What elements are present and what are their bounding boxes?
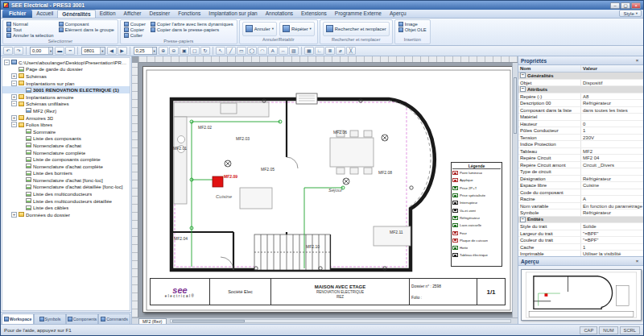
property-row-style-du-trait[interactable]: Style du traitSolide bbox=[518, 223, 643, 230]
tree-item[interactable]: Nomenclature complète bbox=[2, 149, 130, 156]
image-button[interactable]: Image bbox=[398, 21, 427, 27]
close-icon[interactable]: × bbox=[634, 58, 641, 63]
ribbon-tab-fonctions[interactable]: Fonctions bbox=[174, 10, 204, 18]
tree-item[interactable]: −C:\Users\aboulanger\Desktop\Presentatio… bbox=[2, 59, 130, 66]
redo-icon[interactable]: ↷ bbox=[14, 47, 23, 55]
line-style-icon[interactable]: ╍ bbox=[65, 47, 75, 55]
collapse-icon[interactable]: − bbox=[520, 217, 526, 222]
tree-item[interactable]: +Armoires 3D bbox=[2, 114, 130, 122]
property-row-racine[interactable]: RacineA bbox=[518, 196, 643, 203]
collapse-icon[interactable]: − bbox=[520, 86, 526, 92]
property-row-designation[interactable]: DésignationRéfrigérateur bbox=[518, 176, 643, 183]
zoom-out-icon[interactable]: ⊖ bbox=[169, 47, 179, 55]
coller-button[interactable]: Coller bbox=[123, 32, 147, 38]
tree-item[interactable]: Nomenclature d'achat bbox=[2, 142, 130, 149]
previous-folio-icon[interactable]: ◀ bbox=[107, 47, 117, 55]
file-tab[interactable]: Fichier bbox=[2, 10, 32, 18]
property-row-tableau[interactable]: TableauMF2 bbox=[518, 148, 643, 156]
hatch-icon[interactable]: ▨ bbox=[289, 47, 299, 55]
tree-item[interactable]: 3001 RENOVATION ELECTRIQUE (1) bbox=[2, 86, 130, 93]
maximize-button[interactable]: ▢ bbox=[621, 2, 630, 9]
expander-plus-icon[interactable]: + bbox=[11, 73, 17, 79]
expander-minus-icon[interactable]: − bbox=[11, 101, 17, 106]
layers-icon[interactable]: ≣ bbox=[325, 47, 335, 55]
circle-icon[interactable]: ◯ bbox=[247, 47, 257, 55]
tree-item[interactable]: Liste de composants complète bbox=[2, 156, 130, 163]
dimension-icon[interactable]: ↔ bbox=[279, 47, 288, 55]
property-row-nom-variable[interactable]: Nom variableEn fonction du paramétrage bbox=[518, 203, 643, 210]
line-color-icon[interactable]: ▬ bbox=[55, 47, 64, 55]
next-folio-icon[interactable]: ▶ bbox=[118, 47, 127, 55]
pointer-icon[interactable]: ↖ bbox=[216, 47, 225, 55]
ribbon-tab-edition[interactable]: Edition bbox=[96, 10, 120, 18]
expander-plus-icon[interactable]: + bbox=[11, 212, 17, 218]
ribbon-tab-afficher[interactable]: Afficher bbox=[120, 10, 146, 18]
horizontal-scrollbar-thumb[interactable] bbox=[172, 320, 245, 322]
repeter-button[interactable]: Répéter▾ bbox=[279, 22, 315, 36]
line-icon[interactable]: ╱ bbox=[226, 47, 236, 55]
property-row-poles-conducteur[interactable]: Pôles Conducteur1 bbox=[518, 127, 643, 135]
tree-item[interactable]: Sommaire bbox=[2, 128, 130, 135]
rectangle-icon[interactable]: ▭ bbox=[237, 47, 246, 55]
line-width-combo[interactable]: 0,00▾ bbox=[30, 47, 53, 55]
composant-button[interactable]: Composant bbox=[58, 21, 115, 27]
property-row-hauteur[interactable]: Hauteur0 bbox=[518, 121, 643, 128]
grid-icon[interactable]: ▦ bbox=[304, 47, 314, 55]
property-row-tension[interactable]: Tension230V bbox=[518, 135, 643, 142]
erase-icon[interactable]: ╳ bbox=[346, 47, 356, 55]
collapse-icon[interactable]: − bbox=[520, 73, 526, 78]
expander-plus-icon[interactable]: + bbox=[11, 115, 17, 121]
folio-tab[interactable]: MF2 (Rez) bbox=[138, 318, 167, 324]
normal-button[interactable]: Normal bbox=[6, 21, 55, 27]
panel-tab-symbols[interactable]: Symbols bbox=[34, 313, 66, 324]
tree-item[interactable]: Liste des multiconducteurs détaillée bbox=[2, 197, 130, 205]
property-row-espace-libre[interactable]: Espace libreCuisine bbox=[518, 182, 643, 189]
folio-combo[interactable]: 0801▾ bbox=[81, 47, 105, 55]
property-row-couleur-du-trait[interactable]: Couleur du trait"=BPF" bbox=[518, 237, 643, 244]
zoom-window-icon[interactable]: ▣ bbox=[180, 47, 189, 55]
ribbon-tab-apercu[interactable]: Aperçu bbox=[386, 10, 411, 18]
style-button[interactable]: Style ▾ bbox=[619, 10, 642, 17]
property-row-repere-circuit[interactable]: Repère CircuitMF2 04 bbox=[518, 155, 643, 162]
property-row-code-du-composant[interactable]: Code du composant bbox=[518, 189, 643, 197]
close-button[interactable]: × bbox=[631, 2, 641, 9]
tree-item[interactable]: Nomenclature d'achat détaillée [fonc-loc… bbox=[2, 184, 130, 191]
expander-plus-icon[interactable]: + bbox=[11, 94, 17, 100]
tout-button[interactable]: Tout bbox=[6, 27, 55, 32]
tree-item[interactable]: Liste des composants bbox=[2, 135, 130, 143]
tree-item[interactable]: MF2 (Rez) bbox=[2, 107, 130, 114]
property-row-cache[interactable]: Cache1 bbox=[518, 244, 643, 251]
ortho-icon[interactable]: ∟ bbox=[315, 47, 324, 55]
redraw-icon[interactable]: ↻ bbox=[200, 47, 210, 55]
ribbon-tab-accueil[interactable]: Accueil bbox=[32, 10, 57, 18]
property-row-type-de-circuit[interactable]: Type de circuit bbox=[518, 168, 643, 176]
rechercher-et-remplacer-button[interactable]: Rechercher et remplacer bbox=[323, 22, 390, 36]
tree-item[interactable]: Nomenclature d'achat complète bbox=[2, 163, 130, 170]
property-row-composant-dans-la-liste[interactable]: Composant dans la listedans toutes les l… bbox=[518, 107, 643, 114]
property-section-attributs[interactable]: −Attributs bbox=[518, 86, 643, 93]
tree-item[interactable]: −Implantations sur plan bbox=[2, 80, 130, 87]
tree-item[interactable]: Liste des câbles bbox=[2, 204, 130, 211]
minimize-button[interactable]: – bbox=[610, 2, 620, 9]
tree-item[interactable]: Page de garde du dossier bbox=[2, 66, 130, 73]
property-section-entites[interactable]: −Entités bbox=[518, 217, 643, 224]
couper-button[interactable]: Couper bbox=[123, 21, 147, 27]
undo-icon[interactable]: ↶ bbox=[3, 47, 13, 55]
expander-minus-icon[interactable]: − bbox=[11, 81, 17, 86]
expander-minus-icon[interactable]: − bbox=[4, 60, 10, 65]
tree-item[interactable]: Liste des multiconducteurs bbox=[2, 190, 130, 197]
copier-button[interactable]: Copier bbox=[123, 27, 147, 32]
scale-combo[interactable]: 0,25▾ bbox=[134, 47, 157, 55]
canvas-viewport[interactable]: CuisineSéjourMF2.01MF2.02MF2.03MF2.04MF2… bbox=[132, 63, 518, 317]
property-row-materiel[interactable]: Matériel bbox=[518, 114, 643, 121]
panel-tab-commands[interactable]: Commands bbox=[98, 313, 130, 324]
ribbon-tab-generalites[interactable]: Généralités bbox=[57, 10, 95, 18]
ribbon-tab-implantation-sur-plan[interactable]: Implantation sur plan bbox=[204, 10, 261, 18]
property-row-indice-protection[interactable]: Indice Protection bbox=[518, 141, 643, 148]
property-section-generalites[interactable]: −Généralités bbox=[518, 73, 643, 80]
annuler-la-selection-button[interactable]: Annuler la sélection bbox=[6, 32, 55, 38]
copier-l-arbre-avec-liens-dynamiques-button[interactable]: Copier l'arbre avec liens dynamiques bbox=[150, 21, 234, 27]
tree-item[interactable]: −Folios libres bbox=[2, 121, 130, 128]
property-row-imprimable[interactable]: ImprimableUtiliser la visibilité bbox=[518, 251, 643, 257]
ribbon-tab-dessiner[interactable]: Dessiner bbox=[146, 10, 175, 18]
